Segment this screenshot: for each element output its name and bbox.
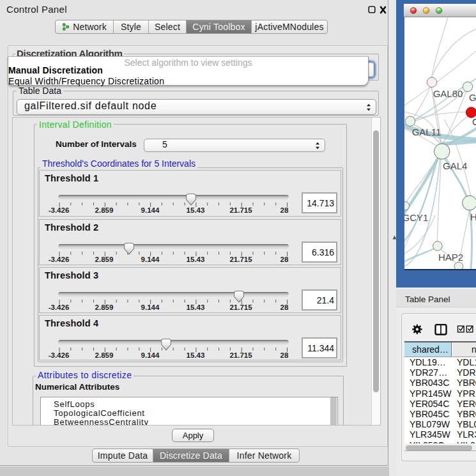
svg-text:GA: GA (469, 92, 476, 103)
svg-text:C: C (472, 116, 476, 127)
svg-text:GAL4: GAL4 (443, 160, 467, 171)
svg-text:GCY1: GCY1 (404, 212, 428, 223)
svg-text:GAL11: GAL11 (411, 127, 441, 137)
svg-text:H: H (470, 211, 476, 222)
svg-text:GAL80: GAL80 (433, 88, 463, 99)
svg-text:HAP2: HAP2 (438, 252, 463, 263)
